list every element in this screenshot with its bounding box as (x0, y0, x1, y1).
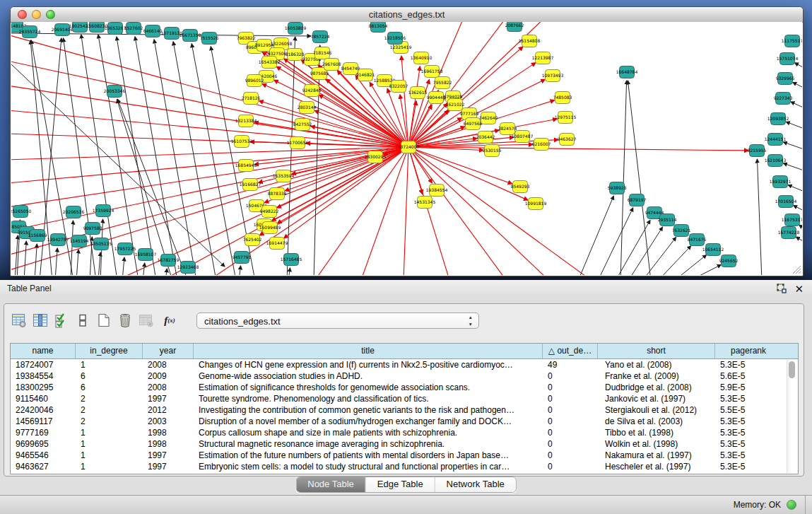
graph-node[interactable]: 10654112 (702, 244, 724, 256)
graph-node[interactable]: 1362615 (408, 87, 428, 99)
table-settings-button[interactable] (11, 312, 27, 329)
graph-node[interactable]: 3824574 (498, 123, 517, 135)
memory-status-indicator-icon[interactable] (787, 500, 796, 510)
table-row[interactable]: 969969511998Structural magnetic resonanc… (11, 438, 798, 450)
graph-node[interactable]: 9329966 (776, 73, 795, 85)
graph-node[interactable]: 6216007 (532, 139, 551, 151)
table-selector-combobox[interactable]: citations_edges.txt ▲▼ (196, 313, 479, 329)
graph-node[interactable]: 1621022 (446, 99, 465, 111)
graph-node[interactable]: 12444151 (765, 134, 787, 146)
new-document-button[interactable] (96, 312, 112, 329)
graph-node[interactable]: 1145194 (70, 235, 89, 247)
graph-node[interactable]: 8322057 (389, 81, 408, 93)
graph-node[interactable]: 7857224 (311, 31, 330, 43)
column-header-year[interactable]: year (143, 344, 194, 358)
close-window-button[interactable] (18, 10, 27, 19)
graph-node[interactable]: 16958107 (135, 249, 157, 261)
rows-button[interactable] (75, 312, 90, 329)
graph-node[interactable]: 2803144 (298, 102, 317, 114)
graph-node[interactable]: 25265050 (11, 206, 31, 218)
delete-rows-trash-button[interactable] (117, 312, 133, 329)
graph-node[interactable]: 7462640 (479, 112, 498, 124)
graph-node[interactable]: 2967608 (322, 59, 341, 71)
graph-node[interactable]: 16914479 (266, 238, 288, 250)
graph-node[interactable]: 16961758 (421, 66, 443, 78)
graph-node[interactable]: 10973493 (542, 70, 564, 82)
graph-node[interactable]: 16107532 (231, 136, 253, 148)
table-row[interactable]: 977716911998Corpus callosum shape and si… (11, 427, 798, 438)
column-header-title[interactable]: title (194, 344, 543, 358)
graph-node[interactable]: 16648784 (616, 66, 638, 78)
graph-node[interactable]: 11675317 (782, 214, 802, 226)
graph-node[interactable]: 10991819 (525, 198, 547, 210)
graph-node[interactable]: 2036442 (476, 132, 495, 144)
graph-node[interactable]: 2087662 (505, 22, 524, 32)
graph-node[interactable]: 9896012 (245, 75, 264, 87)
float-panel-icon[interactable] (777, 284, 787, 293)
graph-node[interactable]: 9245652 (719, 255, 739, 267)
citation-network-graph[interactable]: 1872400718300295796382289601288912954132… (11, 22, 802, 275)
table-row[interactable]: 1938455462009Genome-wide association stu… (11, 370, 798, 382)
graph-node[interactable]: 16210643 (765, 155, 787, 167)
graph-node[interactable]: 8186328 (286, 49, 305, 61)
graph-node[interactable]: 16671358 (180, 30, 201, 42)
graph-node[interactable]: 16782759 (158, 255, 180, 267)
graph-node[interactable]: 11175517 (782, 35, 802, 47)
graph-node[interactable]: 9097588 (83, 223, 102, 235)
tab-node-table[interactable]: Node Table (296, 477, 366, 492)
graph-node[interactable]: 9904448 (427, 92, 446, 104)
graph-node[interactable]: 8427552 (293, 119, 312, 131)
graph-node[interactable]: 19166827 (240, 179, 261, 191)
graph-node[interactable]: 5938928 (608, 182, 627, 194)
graph-node[interactable]: 8549293 (511, 181, 530, 193)
graph-node[interactable]: 7955822 (433, 77, 452, 89)
graph-node[interactable]: 10807487 (512, 131, 534, 143)
graph-node[interactable]: 2718126 (242, 93, 261, 105)
close-panel-icon[interactable]: ✕ (794, 281, 804, 298)
network-view[interactable]: 1872400718300295796382289601288912954132… (11, 22, 802, 275)
graph-node[interactable]: 20206536 (63, 206, 85, 218)
column-header-pagerank[interactable]: pagerank (715, 344, 782, 358)
graph-node[interactable]: 2935114 (658, 214, 677, 226)
graph-node[interactable]: 9498222 (260, 206, 279, 218)
row-check-button[interactable] (54, 312, 69, 329)
graph-node[interactable]: 15716485 (281, 254, 302, 266)
tab-edge-table[interactable]: Edge Table (366, 477, 435, 492)
graph-node[interactable]: 14531345 (414, 197, 436, 209)
graph-node[interactable]: 9242848 (302, 85, 322, 97)
graph-node[interactable]: 13640910 (411, 52, 433, 64)
table-row[interactable]: 911546021997Tourette syndrome. Phenomeno… (11, 393, 798, 404)
table-row[interactable]: 1830029562008Estimation of significance … (11, 382, 798, 393)
graph-node[interactable]: 7632621 (672, 225, 691, 237)
column-header-name[interactable]: name (11, 344, 76, 358)
table-row[interactable]: 1456911722003Disruption of a novel membe… (11, 416, 798, 427)
zoom-window-button[interactable] (46, 10, 55, 19)
table-row[interactable]: 946554611997Estimation of the future num… (11, 450, 798, 461)
function-builder-button[interactable]: f(x) (160, 312, 180, 329)
graph-node[interactable]: 16053809 (285, 23, 307, 35)
graph-node[interactable]: 24355724 (19, 26, 41, 38)
graph-node[interactable]: 15932971 (770, 176, 792, 188)
tab-network-table[interactable]: Network Table (435, 477, 516, 492)
graph-node[interactable]: 1527602 (124, 23, 143, 35)
graph-node[interactable]: 8878334 (268, 188, 287, 200)
scrollbar-thumb[interactable] (789, 361, 795, 378)
column-select-button[interactable] (33, 312, 48, 329)
minimize-window-button[interactable] (32, 10, 41, 19)
graph-node[interactable]: 12923468 (177, 262, 199, 274)
column-header-short[interactable]: short (598, 344, 715, 358)
graph-node[interactable]: 10653267 (105, 23, 126, 35)
graph-node[interactable]: 9146821 (356, 69, 375, 81)
table-row[interactable]: 946362711997Embryonic stem cells: a mode… (11, 461, 798, 472)
graph-node[interactable]: 13213384 (235, 115, 257, 127)
graph-node[interactable]: 12213987 (532, 52, 554, 64)
window-resize-grip[interactable] (793, 266, 801, 274)
column-header-out_de[interactable]: △ out_de… (543, 344, 598, 358)
graph-node[interactable]: 20053346 (104, 86, 126, 98)
column-header-in_degree[interactable]: in_degree (76, 344, 143, 358)
graph-node[interactable]: 7485083 (553, 92, 572, 104)
graph-node[interactable]: 2530155 (483, 145, 502, 157)
graph-node[interactable]: 19384554 (426, 185, 448, 197)
table-vertical-scrollbar[interactable] (787, 360, 797, 473)
graph-node[interactable]: 9463627 (558, 134, 577, 146)
